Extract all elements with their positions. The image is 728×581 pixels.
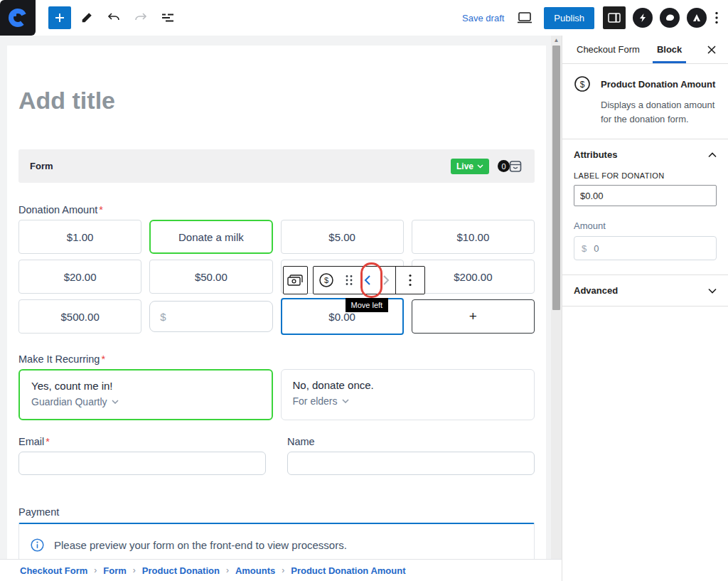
block-type-button[interactable]: $ (314, 267, 340, 294)
undo-button[interactable] (102, 6, 125, 29)
label-for-donation-input[interactable] (574, 185, 717, 206)
move-right-button[interactable] (377, 267, 395, 294)
amount-option[interactable]: $500.00 (18, 299, 141, 334)
email-input[interactable] (18, 452, 266, 475)
advanced-panel: Advanced (562, 275, 728, 307)
recurring-yes-plan-dropdown[interactable]: Guardian Quartly (31, 396, 260, 407)
amount-option[interactable]: $5.00 (281, 220, 404, 254)
block-toolbar-group: $ (313, 266, 425, 294)
select-parent-block-button[interactable] (283, 266, 308, 294)
attributes-panel: Attributes LABEL FOR DONATION Amount $ 0 (562, 139, 728, 275)
chevron-down-icon (708, 288, 717, 294)
amount-option-selected[interactable]: Donate a milk (149, 220, 272, 254)
mountain-a-icon (692, 13, 702, 23)
svg-text:$: $ (580, 80, 585, 90)
amount-option[interactable]: $10.00 (412, 220, 535, 254)
breadcrumb-item-current[interactable]: Product Donation Amount (291, 565, 405, 576)
chevron-right-icon (382, 275, 390, 285)
advanced-panel-label: Advanced (574, 285, 618, 296)
scrollbar-thumb[interactable] (552, 46, 560, 310)
scrollbar-up-arrow[interactable]: ▲ (551, 37, 562, 43)
list-view-icon (161, 12, 175, 23)
options-menu-button[interactable] (715, 11, 718, 24)
block-options-button[interactable] (396, 267, 424, 294)
redo-button[interactable] (129, 6, 152, 29)
editor-top-bar: Save draft Publish (0, 0, 728, 36)
post-title-input[interactable]: Add title (18, 87, 535, 114)
advanced-panel-toggle[interactable]: Advanced (562, 275, 728, 306)
chevron-left-icon (364, 275, 371, 285)
amount-field-label: Amount (574, 220, 717, 231)
sidebar-panel-icon (608, 13, 621, 23)
theme-plugin-button[interactable] (660, 8, 680, 28)
recurring-no-plan-dropdown[interactable]: For elders (293, 395, 523, 407)
chevron-down-icon (477, 164, 483, 169)
surecart-logo[interactable] (0, 0, 36, 36)
settings-sidebar-toggle[interactable] (603, 6, 626, 29)
live-mode-dropdown[interactable]: Live (451, 159, 489, 174)
breadcrumb-item[interactable]: Amounts (235, 565, 275, 576)
form-block-bar[interactable]: Form Live 0 (18, 149, 535, 183)
amount-option[interactable]: $1.00 (18, 220, 141, 254)
preview-button[interactable] (517, 12, 532, 23)
money-icon (287, 274, 303, 287)
live-label: Live (456, 161, 473, 171)
breadcrumb-separator: › (94, 565, 97, 575)
name-input[interactable] (287, 452, 535, 475)
settings-sidebar: Checkout Form Block $ Product Donation A… (562, 36, 728, 581)
donation-amount-label: Donation Amount* (18, 204, 535, 215)
donation-amount-grid: $1.00 Donate a milk $5.00 $10.00 $20.00 … (18, 220, 535, 335)
recurring-options: Yes, count me in! Guardian Quartly No, d… (18, 369, 535, 420)
custom-amount-input[interactable] (149, 301, 272, 332)
list-view-button[interactable] (156, 6, 179, 29)
undo-icon (107, 12, 121, 23)
breadcrumb-item[interactable]: Form (103, 565, 127, 576)
block-inserter-button[interactable] (48, 6, 71, 29)
required-asterisk: * (99, 204, 103, 215)
cart-count-badge: 0 (498, 160, 510, 172)
recurring-no-title: No, donate once. (293, 379, 523, 391)
add-amount-button[interactable]: + (412, 299, 535, 334)
recurring-no-option[interactable]: No, donate once. For elders (281, 369, 535, 420)
breadcrumb-item[interactable]: Checkout Form (20, 565, 87, 576)
attributes-panel-toggle[interactable]: Attributes (562, 139, 728, 170)
dollar-circle-icon: $ (318, 272, 334, 288)
recurring-yes-plan-label: Guardian Quartly (31, 396, 107, 407)
attributes-panel-label: Attributes (574, 149, 617, 160)
recurring-yes-option[interactable]: Yes, count me in! Guardian Quartly (18, 369, 273, 420)
recurring-label: Make It Recurring* (18, 353, 535, 365)
currency-prefix: $ (582, 243, 587, 254)
cart-button[interactable] (508, 159, 523, 174)
amount-option[interactable]: $200.00 (412, 260, 535, 294)
tab-block[interactable]: Block (648, 36, 690, 63)
recurring-no-plan-label: For elders (293, 395, 338, 407)
block-info-card: $ Product Donation Amount Displays a don… (562, 64, 728, 139)
amount-field-input[interactable]: $ 0 (574, 236, 717, 260)
amount-option[interactable]: $50.00 (149, 260, 272, 294)
move-left-tooltip: Move left (346, 298, 389, 312)
astra-plugin-button[interactable] (687, 8, 707, 28)
chevron-up-icon (708, 152, 717, 158)
surecart-plugin-button[interactable] (633, 8, 653, 28)
canvas-scrollbar[interactable]: ▲ (551, 36, 562, 559)
move-left-button[interactable] (358, 267, 377, 294)
block-title: Product Donation Amount (601, 79, 715, 90)
edit-tool-button[interactable] (75, 6, 98, 29)
amount-option[interactable]: $20.00 (18, 260, 141, 294)
laptop-icon (517, 12, 532, 23)
recurring-yes-title: Yes, count me in! (31, 380, 260, 392)
sidebar-tabs: Checkout Form Block (562, 36, 728, 64)
drag-handle[interactable] (340, 267, 358, 294)
publish-button[interactable]: Publish (544, 7, 594, 29)
payment-block[interactable]: Please preview your form on the front-en… (18, 523, 535, 559)
custom-amount-cell (149, 299, 272, 334)
shopping-bag-icon (508, 159, 523, 174)
required-asterisk: * (46, 436, 50, 447)
tab-checkout-form[interactable]: Checkout Form (568, 36, 648, 63)
save-draft-button[interactable]: Save draft (462, 13, 504, 23)
drag-dots-icon (345, 274, 353, 286)
redo-icon (134, 12, 148, 23)
chevron-down-icon (112, 400, 119, 404)
breadcrumb-item[interactable]: Product Donation (142, 565, 220, 576)
close-sidebar-button[interactable] (701, 36, 722, 63)
